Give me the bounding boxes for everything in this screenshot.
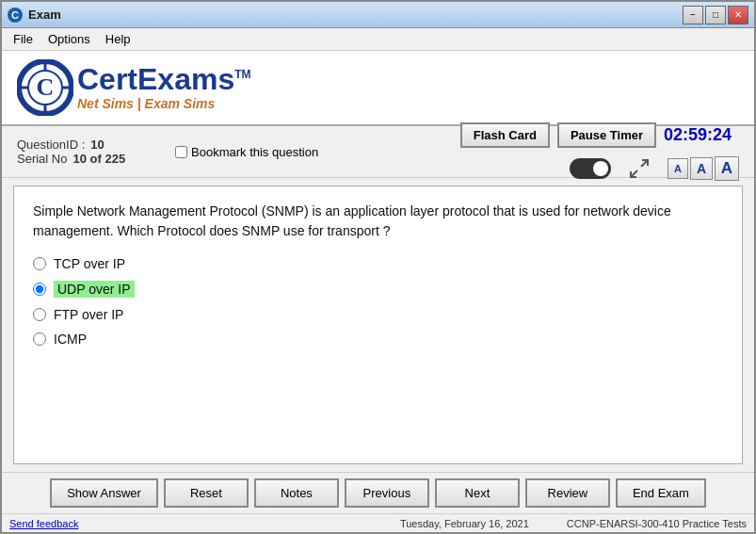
font-size-controls: A A A [668,156,739,181]
option-row-4[interactable]: ICMP [33,332,723,347]
option-radio-1[interactable] [33,257,46,270]
option-row-3[interactable]: FTP over IP [33,307,723,322]
svg-text:C: C [37,73,55,101]
fullscreen-icon[interactable] [626,155,652,182]
logo: C CertExamsTM Net Sims | Exam Sims [17,59,251,116]
review-button[interactable]: Review [525,478,610,508]
menu-options[interactable]: Options [40,30,98,48]
question-info: QuestionID : 10 Serial No 10 of 225 [17,138,149,166]
bookmark-label: Bookmark this question [191,145,318,159]
main-window: C Exam − □ ✕ File Options Help C [0,0,756,534]
next-button[interactable]: Next [435,478,520,508]
show-answer-button[interactable]: Show Answer [50,478,158,508]
option-label-2: UDP over IP [54,281,135,298]
notes-button[interactable]: Notes [254,478,339,508]
svg-line-7 [641,160,648,167]
serial-row: Serial No 10 of 225 [17,152,149,166]
status-bar: Send feedback Tuesday, February 16, 2021… [2,513,754,532]
flash-card-button[interactable]: Flash Card [460,122,550,148]
logo-area: C CertExamsTM Net Sims | Exam Sims [2,51,754,126]
toggle-knob [593,161,608,176]
status-exam: CCNP-ENARSI-300-410 Practice Tests [567,518,747,529]
serial-label: Serial No [17,152,67,166]
svg-line-8 [631,170,637,177]
logo-icon: C [17,59,73,116]
font-large-button[interactable]: A [715,156,739,181]
font-medium-button[interactable]: A [690,157,713,180]
timer-display: 02:59:24 [664,125,739,145]
option-label-1: TCP over IP [54,256,125,271]
option-radio-2[interactable] [33,283,46,296]
title-bar-text: Exam [28,8,683,22]
title-bar: C Exam − □ ✕ [2,2,754,28]
menu-help[interactable]: Help [98,30,138,48]
app-icon: C [8,8,23,23]
maximize-button[interactable]: □ [705,6,726,24]
pause-timer-button[interactable]: Pause Timer [557,122,656,148]
option-label-3: FTP over IP [54,307,123,322]
menu-file[interactable]: File [6,30,40,48]
reset-button[interactable]: Reset [164,478,249,508]
toggle-switch[interactable] [570,158,611,179]
question-id-value: 10 [90,138,104,152]
font-small-button[interactable]: A [668,158,688,179]
bookmark-area[interactable]: Bookmark this question [175,145,318,159]
question-id-label: QuestionID : [17,138,85,152]
question-id-row: QuestionID : 10 [17,138,149,152]
option-row-2[interactable]: UDP over IP [33,281,723,298]
menu-bar: File Options Help [2,28,754,51]
question-area: Simple Network Management Protocol (SNMP… [13,186,743,464]
logo-brand: CertExamsTM [77,64,251,94]
close-button[interactable]: ✕ [728,6,748,24]
end-exam-button[interactable]: End Exam [616,478,706,508]
serial-value: 10 of 225 [72,152,125,166]
option-radio-4[interactable] [33,332,46,346]
window-controls: − □ ✕ [683,6,748,24]
option-label-4: ICMP [54,332,87,347]
minimize-button[interactable]: − [683,6,703,24]
bookmark-checkbox[interactable] [175,146,187,158]
question-text: Simple Network Management Protocol (SNMP… [33,202,723,241]
option-radio-3[interactable] [33,308,46,321]
bottom-bar: Show Answer Reset Notes Previous Next Re… [2,472,754,513]
send-feedback-link[interactable]: Send feedback [9,518,78,529]
previous-button[interactable]: Previous [345,478,429,508]
info-bar: QuestionID : 10 Serial No 10 of 225 Book… [2,126,754,178]
option-row-1[interactable]: TCP over IP [33,256,723,271]
logo-text: CertExamsTM Net Sims | Exam Sims [77,64,251,111]
status-date: Tuesday, February 16, 2021 [400,518,529,529]
logo-subtitle: Net Sims | Exam Sims [77,96,251,111]
